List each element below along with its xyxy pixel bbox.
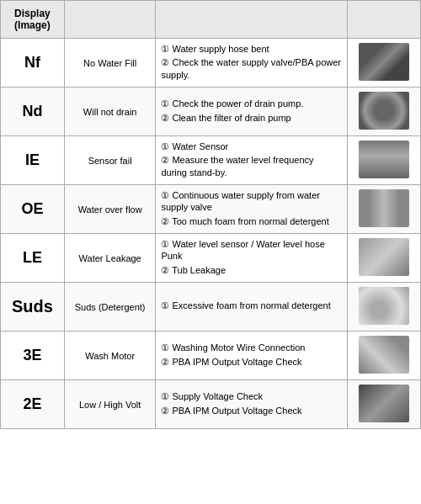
howto-item: ① Washing Motor Wire Connection — [161, 342, 342, 353]
error-item-cell: Will not drain — [64, 88, 155, 136]
error-code: 3E — [23, 347, 41, 363]
table-row: IESensor fail① Water Sensor② Measure the… — [1, 136, 421, 185]
howto-item: ① Water Sensor — [161, 141, 342, 152]
table-row: SudsSuds (Detergent)① Excessive foam fro… — [1, 283, 421, 332]
display-code-cell: 2E — [1, 380, 65, 429]
howto-item: ① Check the power of drain pump. — [161, 98, 342, 109]
error-table: Display(Image) NfNo Water Fill① Water su… — [0, 0, 421, 429]
table-row: 3EWash Motor① Washing Motor Wire Connect… — [1, 332, 421, 380]
error-code: Suds — [12, 297, 53, 316]
howto-item: ① Continuous water supply from water sup… — [161, 189, 342, 214]
image-cell — [348, 39, 421, 88]
display-code-cell: OE — [1, 185, 65, 234]
howto-item: ② Tub Leakage — [161, 264, 342, 276]
error-item-cell: Water over flow — [64, 185, 155, 234]
howto-item: ① Water level sensor / Water level hose … — [161, 238, 342, 263]
error-item-cell: Water Leakage — [64, 234, 155, 283]
howto-item: ② Measure the water level frequency duri… — [161, 154, 342, 178]
display-code-cell: LE — [1, 234, 65, 283]
error-image — [359, 189, 409, 227]
error-code: Nd — [22, 103, 42, 119]
error-image — [359, 287, 409, 325]
howto-item: ② PBA IPM Output Voltage Check — [161, 405, 342, 416]
howto-cell: ① Excessive foam from normal detergent — [156, 283, 348, 332]
error-code: 2E — [23, 395, 41, 412]
howto-cell: ① Water supply hose bent② Check the wate… — [156, 39, 348, 88]
error-image — [359, 336, 409, 374]
howto-cell: ① Check the power of drain pump.② Clean … — [156, 88, 348, 136]
error-code: OE — [21, 200, 43, 217]
error-image — [359, 385, 409, 422]
display-code-cell: Suds — [1, 283, 65, 332]
image-cell — [348, 332, 421, 380]
header-howto — [156, 1, 348, 39]
howto-cell: ① Supply Voltage Check② PBA IPM Output V… — [156, 380, 348, 429]
header-error — [64, 1, 155, 39]
howto-item: ② Too much foam from normal detergent — [161, 215, 342, 227]
error-image — [359, 238, 409, 276]
howto-cell: ① Washing Motor Wire Connection② PBA IPM… — [156, 332, 348, 380]
table-row: LEWater Leakage① Water level sensor / Wa… — [1, 234, 421, 283]
image-cell — [348, 234, 421, 283]
howto-cell: ① Continuous water supply from water sup… — [156, 185, 348, 234]
error-image — [359, 43, 409, 81]
howto-item: ① Excessive foam from normal detergent — [161, 300, 342, 311]
error-code: LE — [23, 249, 42, 266]
image-cell — [348, 380, 421, 429]
table-row: OEWater over flow① Continuous water supp… — [1, 185, 421, 234]
header-display: Display(Image) — [1, 1, 65, 39]
error-item-cell: Wash Motor — [64, 332, 155, 380]
howto-item: ② PBA IPM Output Voltage Check — [161, 356, 342, 368]
error-code: Nf — [24, 54, 40, 71]
image-cell — [348, 88, 421, 136]
image-cell — [348, 136, 421, 185]
error-image — [359, 141, 409, 178]
howto-item: ② Clean the filter of drain pump — [161, 112, 342, 124]
table-row: 2ELow / High Volt① Supply Voltage Check②… — [1, 380, 421, 429]
howto-cell: ① Water Sensor② Measure the water level … — [156, 136, 348, 185]
display-code-cell: Nd — [1, 88, 65, 136]
image-cell — [348, 283, 421, 332]
howto-item: ② Check the water supply valve/PBA power… — [161, 56, 342, 81]
error-item-cell: No Water Fill — [64, 39, 155, 88]
display-code-cell: Nf — [1, 39, 65, 88]
image-cell — [348, 185, 421, 234]
howto-item: ① Supply Voltage Check — [161, 390, 342, 402]
table-row: NdWill not drain① Check the power of dra… — [1, 88, 421, 136]
error-item-cell: Suds (Detergent) — [64, 283, 155, 332]
table-row: NfNo Water Fill① Water supply hose bent②… — [1, 39, 421, 88]
error-code: IE — [25, 151, 40, 168]
display-code-cell: 3E — [1, 332, 65, 380]
display-code-cell: IE — [1, 136, 65, 185]
howto-cell: ① Water level sensor / Water level hose … — [156, 234, 348, 283]
error-image — [359, 92, 409, 130]
howto-item: ① Water supply hose bent — [161, 43, 342, 55]
error-item-cell: Low / High Volt — [64, 380, 155, 429]
error-item-cell: Sensor fail — [64, 136, 155, 185]
header-image — [348, 1, 421, 39]
